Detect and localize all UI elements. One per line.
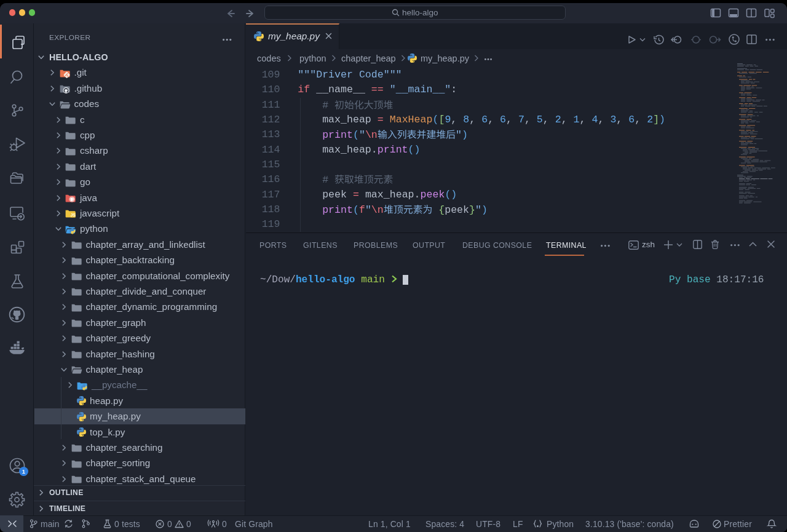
svg-text:JS: JS [71,213,76,217]
